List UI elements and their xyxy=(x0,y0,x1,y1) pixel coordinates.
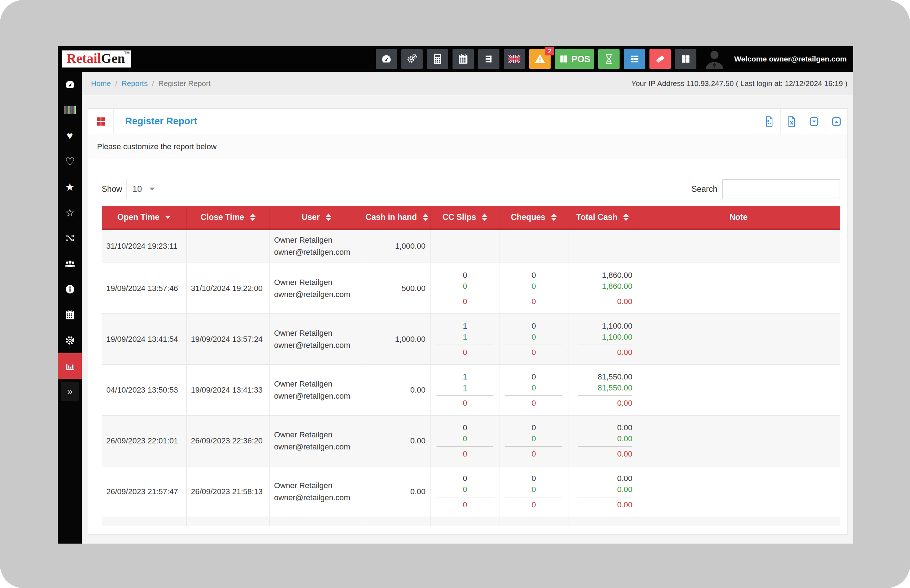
language-nav-button[interactable] xyxy=(504,49,525,69)
lists-nav-button[interactable] xyxy=(624,49,645,69)
cell-user xyxy=(270,517,363,526)
left-sidebar: ♥ ♡ ★ ☆ xyxy=(58,72,82,544)
history-nav-button[interactable] xyxy=(598,49,620,69)
pos-nav-button[interactable]: POS xyxy=(555,49,594,69)
sidebar-item-favorites[interactable]: ♥ xyxy=(58,123,82,149)
apps-nav-button[interactable] xyxy=(675,49,696,69)
export-excel-icon xyxy=(787,116,797,127)
cell-user: Owner Retailgenowner@retailgen.com xyxy=(270,229,363,263)
column-header-cash-in-hand[interactable]: Cash in hand xyxy=(363,206,431,229)
cell-cash-in-hand: 0.00 xyxy=(363,365,431,415)
cell-cheques: 000 xyxy=(499,263,568,314)
star-outline-icon: ☆ xyxy=(65,207,74,219)
collapse-panel-button[interactable] xyxy=(803,109,825,134)
settings-nav-button[interactable] xyxy=(401,49,423,69)
breadcrumb-reports-link[interactable]: Reports xyxy=(121,79,148,88)
calendar-nav-button[interactable] xyxy=(452,49,474,69)
breadcrumb: Home / Reports / Register Report Your IP… xyxy=(82,72,853,95)
sidebar-item-transfers[interactable] xyxy=(58,225,82,251)
sort-icon xyxy=(250,213,256,221)
page-background: RetailGen TM xyxy=(0,0,910,588)
cell-user: Owner Retailgenowner@retailgen.com xyxy=(270,314,363,365)
search-input[interactable] xyxy=(722,179,840,199)
sidebar-item-reports[interactable] xyxy=(58,353,82,379)
pos-grid-icon xyxy=(559,54,568,64)
column-label: Cash in hand xyxy=(366,212,417,222)
column-header-user[interactable]: User xyxy=(270,206,363,229)
cell-open-time: 26/09/2023 22:01:01 xyxy=(102,415,186,466)
welcome-user-label[interactable]: Welcome owner@retailgen.com xyxy=(734,55,847,63)
cell-note xyxy=(637,365,840,415)
user-avatar[interactable] xyxy=(703,48,725,70)
sidebar-item-info[interactable] xyxy=(58,276,82,302)
cell-cheques: 000 xyxy=(499,314,568,365)
sidebar-item-dashboard[interactable] xyxy=(58,72,82,97)
sort-icon xyxy=(325,213,331,221)
column-header-note: Note xyxy=(637,206,840,229)
tachometer-icon xyxy=(381,53,392,65)
show-entries-value: 10 xyxy=(133,184,142,194)
sort-icon xyxy=(165,216,171,219)
column-header-cheques[interactable]: Cheques xyxy=(499,206,568,229)
page-title: Register Report xyxy=(125,116,197,127)
sidebar-item-barcode[interactable] xyxy=(58,97,82,123)
top-navbar: RetailGen TM xyxy=(58,46,853,72)
table-row: 19/09/2024 13:57:4631/10/2024 19:22:00Ow… xyxy=(102,263,840,314)
uk-flag-icon xyxy=(508,55,520,63)
cell-cc-slips xyxy=(431,517,499,526)
export-excel-button[interactable] xyxy=(780,109,803,134)
sidebar-item-expand[interactable]: » xyxy=(58,379,82,404)
cell-cheques: 000 xyxy=(499,365,568,415)
search-label: Search xyxy=(691,184,717,194)
column-header-open-time[interactable]: Open Time xyxy=(102,206,186,229)
sidebar-item-star-outline[interactable]: ☆ xyxy=(58,200,82,225)
show-entries-select[interactable]: 10 xyxy=(126,179,159,199)
table-row: 19/09/2024 13:41:5419/09/2024 13:57:24Ow… xyxy=(102,314,840,365)
export-toolbar xyxy=(758,109,847,134)
sidebar-item-wishlist[interactable]: ♡ xyxy=(58,149,82,174)
table-row: 26/09/2023 21:57:4726/09/2023 21:58:13Ow… xyxy=(102,466,840,517)
column-label: Open Time xyxy=(117,212,159,222)
sort-icon xyxy=(482,213,487,221)
breadcrumb-separator: / xyxy=(115,79,117,88)
cell-open-time: 19/09/2024 13:41:54 xyxy=(102,314,186,365)
css3-nav-button[interactable] xyxy=(478,49,499,69)
logo-text-retail: Retail xyxy=(66,51,101,66)
bar-chart-icon xyxy=(64,360,76,371)
sidebar-item-starred[interactable]: ★ xyxy=(58,174,82,200)
cell-cash-in-hand: 1,000.00 xyxy=(363,229,431,263)
sidebar-item-customers[interactable] xyxy=(58,251,82,276)
column-header-close-time[interactable]: Close Time xyxy=(186,206,270,229)
register-report-table-wrap: Open TimeClose TimeUserCash in handCC Sl… xyxy=(102,206,840,526)
th-grid-icon xyxy=(681,54,691,64)
cell-cash-in-hand: 0.00 xyxy=(363,466,431,517)
cell-cheques: 000 xyxy=(499,415,568,466)
retailgen-logo[interactable]: RetailGen TM xyxy=(62,50,131,68)
browser-app-window: RetailGen TM xyxy=(58,46,853,544)
column-header-total-cash[interactable]: Total Cash xyxy=(568,206,637,229)
alerts-nav-button[interactable]: 2 xyxy=(529,49,551,69)
breadcrumb-home-link[interactable]: Home xyxy=(91,79,111,88)
calculator-nav-button[interactable] xyxy=(427,49,448,69)
pos-button-label: POS xyxy=(572,54,591,64)
expand-panel-button[interactable] xyxy=(825,109,847,134)
export-image-icon xyxy=(764,116,774,127)
tachometer-icon xyxy=(64,79,76,90)
cell-note xyxy=(637,314,840,365)
column-header-cc-slips[interactable]: CC Slips xyxy=(431,206,499,229)
breadcrumb-separator: / xyxy=(152,79,154,88)
dashboard-nav-button[interactable] xyxy=(376,49,397,69)
export-image-button[interactable] xyxy=(758,109,780,134)
calculator-icon xyxy=(432,53,443,65)
barcode-icon xyxy=(64,105,76,115)
cell-open-time: 04/10/2023 13:50:53 xyxy=(102,365,186,415)
sidebar-item-calendar[interactable] xyxy=(58,302,82,328)
cell-cc-slips: 000 xyxy=(431,263,499,314)
cell-close-time: 26/09/2023 22:36:20 xyxy=(186,415,270,466)
cell-close-time: 19/09/2024 13:57:24 xyxy=(186,314,270,365)
sidebar-item-settings[interactable] xyxy=(58,328,82,353)
caret-square-up-icon xyxy=(831,116,842,127)
clear-nav-button[interactable] xyxy=(649,49,671,69)
sort-icon xyxy=(623,213,629,221)
info-circle-icon xyxy=(65,284,75,294)
